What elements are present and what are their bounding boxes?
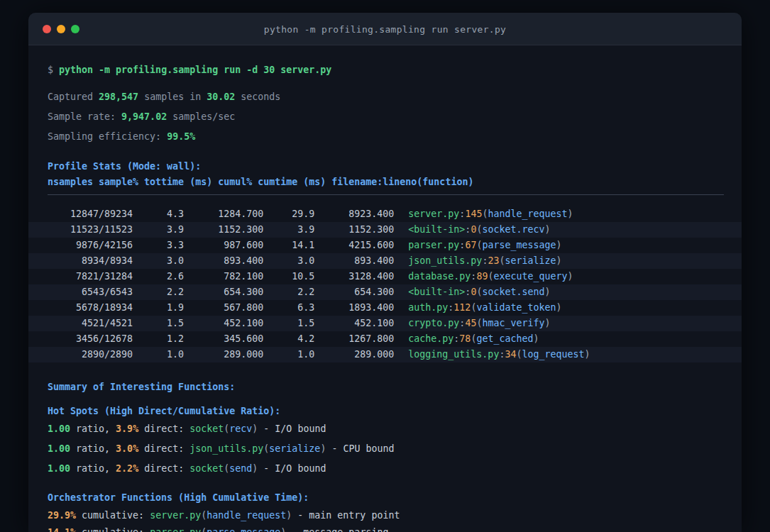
row-cumul-pct: 4.2 xyxy=(263,331,314,347)
summary-title: Summary of Interesting Functions: xyxy=(28,381,742,394)
row-filename: server.py xyxy=(408,209,459,219)
row-cumtime: 1152.300 xyxy=(314,222,394,238)
row-function: database.py:89(execute_query) xyxy=(394,271,573,282)
row-function: cache.py:78(get_cached) xyxy=(394,333,539,344)
row-filename: <built-in> xyxy=(408,224,465,235)
row-nsamples: 6543/6543 xyxy=(48,284,133,300)
row-lineno: 78 xyxy=(459,333,471,344)
profile-stats-title: Profile Stats (Mode: wall): xyxy=(28,160,742,173)
hot-spot-pct: 2.2% xyxy=(116,463,138,474)
row-funcname: handle_request xyxy=(488,209,567,219)
table-row: 9876/421563.3987.60014.14215.600parser.p… xyxy=(28,238,742,253)
row-cumul-pct: 1.0 xyxy=(263,347,314,362)
table-row: 2890/28901.0289.0001.0289.000logging_uti… xyxy=(28,347,742,362)
row-sample-pct: 2.2 xyxy=(133,284,184,300)
row-lineno: 89 xyxy=(476,271,488,282)
row-cumul-pct: 14.1 xyxy=(263,238,314,253)
row-funcname: log_request xyxy=(522,349,584,360)
row-function: logging_utils.py:34(log_request) xyxy=(394,349,590,360)
row-nsamples: 4521/4521 xyxy=(48,316,133,331)
hot-spot-call: send xyxy=(229,463,252,474)
sample-count: 298,547 xyxy=(99,92,138,102)
hot-spot-call: recv xyxy=(229,423,252,434)
row-nsamples: 11523/11523 xyxy=(48,222,133,238)
hot-spot-note: - CPU bound xyxy=(331,443,394,454)
row-sample-pct: 1.2 xyxy=(133,331,184,347)
row-nsamples: 5678/18934 xyxy=(48,300,133,316)
orchestrator-note: - main entry point xyxy=(297,510,400,521)
orchestrator-title: Orchestrator Functions (High Cumulative … xyxy=(28,492,742,504)
command-line: $ python -m profiling.sampling run -d 30… xyxy=(28,64,742,77)
orchestrator-line: 14.1% cumulative: parser.py(parse_messag… xyxy=(28,526,742,532)
orchestrator-call: parse_message xyxy=(207,527,280,532)
row-lineno: 45 xyxy=(465,318,476,328)
row-tottime: 782.100 xyxy=(184,269,263,284)
row-tottime: 1152.300 xyxy=(184,222,263,238)
row-lineno: 67 xyxy=(465,240,476,250)
hot-spots-title: Hot Spots (High Direct/Cumulative Ratio)… xyxy=(28,405,742,418)
row-function: auth.py:112(validate_token) xyxy=(394,302,561,313)
shell-prompt: $ xyxy=(48,65,53,75)
orchestrator-note: - message parsing xyxy=(292,527,388,532)
row-filename: logging_utils.py xyxy=(408,349,499,360)
table-header: nsamples sample% tottime (ms) cumul% cum… xyxy=(28,176,742,189)
row-sample-pct: 3.3 xyxy=(133,238,184,253)
row-tottime: 1284.700 xyxy=(184,206,263,222)
row-cumul-pct: 3.9 xyxy=(263,222,314,238)
hot-spot-ratio: 1.00 xyxy=(48,423,70,434)
hot-spot-pct: 3.0% xyxy=(116,443,138,454)
row-cumtime: 8923.400 xyxy=(314,206,394,222)
table-divider xyxy=(48,194,724,195)
row-cumul-pct: 6.3 xyxy=(263,300,314,316)
row-filename: parser.py xyxy=(408,240,459,250)
row-cumtime: 654.300 xyxy=(314,284,394,300)
sample-rate-value: 9,947.02 xyxy=(121,111,167,122)
row-sample-pct: 3.0 xyxy=(133,253,184,269)
orchestrator-pct: 14.1% xyxy=(48,527,76,532)
sample-rate-line: Sample rate: 9,947.02 samples/sec xyxy=(28,111,742,123)
row-filename: auth.py xyxy=(408,302,448,313)
row-tottime: 654.300 xyxy=(184,284,263,300)
orchestrator-call: handle_request xyxy=(207,510,286,521)
row-tottime: 987.600 xyxy=(184,238,263,253)
duration-seconds: 30.02 xyxy=(207,92,235,102)
row-nsamples: 2890/2890 xyxy=(48,347,133,362)
row-function: server.py:145(handle_request) xyxy=(394,209,573,219)
row-lineno: 112 xyxy=(453,302,471,313)
row-funcname: execute_query xyxy=(493,271,567,282)
row-nsamples: 7821/31284 xyxy=(48,269,133,284)
table-row: 4521/45211.5452.1001.5452.100crypto.py:4… xyxy=(28,316,742,331)
terminal-content: $ python -m profiling.sampling run -d 30… xyxy=(28,64,742,532)
row-lineno: 23 xyxy=(488,255,499,266)
row-nsamples: 3456/12678 xyxy=(48,331,133,347)
hot-spot-ratio: 1.00 xyxy=(48,463,70,474)
orchestrator-target: parser.py xyxy=(150,527,201,532)
table-row: 5678/189341.9567.8006.31893.400auth.py:1… xyxy=(28,300,742,316)
row-cumul-pct: 29.9 xyxy=(263,206,314,222)
hot-spot-line: 1.00 ratio, 3.9% direct: socket(recv) - … xyxy=(28,423,742,436)
row-filename: cache.py xyxy=(408,333,453,344)
row-sample-pct: 1.9 xyxy=(133,300,184,316)
hot-spot-target: json_utils.py xyxy=(189,443,263,454)
table-row: 12847/892344.31284.70029.98923.400server… xyxy=(28,206,742,222)
row-cumul-pct: 3.0 xyxy=(263,253,314,269)
orchestrator-line: 29.9% cumulative: server.py(handle_reque… xyxy=(28,509,742,522)
row-funcname: socket.recv xyxy=(482,224,544,235)
row-cumul-pct: 10.5 xyxy=(263,269,314,284)
profile-table: 12847/892344.31284.70029.98923.400server… xyxy=(28,206,742,362)
orchestrator-target: server.py xyxy=(150,510,201,521)
row-tottime: 345.600 xyxy=(184,331,263,347)
row-sample-pct: 1.0 xyxy=(133,347,184,362)
row-sample-pct: 3.9 xyxy=(133,222,184,238)
hot-spot-target: socket xyxy=(189,423,224,434)
row-cumul-pct: 2.2 xyxy=(263,284,314,300)
row-cumtime: 4215.600 xyxy=(314,238,394,253)
hot-spot-note: - I/O bound xyxy=(263,463,326,474)
terminal-window: python -m profiling.sampling run server.… xyxy=(28,13,742,532)
row-funcname: validate_token xyxy=(476,302,556,313)
row-cumul-pct: 1.5 xyxy=(263,316,314,331)
row-funcname: get_cached xyxy=(476,333,533,344)
row-nsamples: 9876/42156 xyxy=(48,238,133,253)
row-sample-pct: 2.6 xyxy=(133,269,184,284)
row-lineno: 34 xyxy=(505,349,516,360)
